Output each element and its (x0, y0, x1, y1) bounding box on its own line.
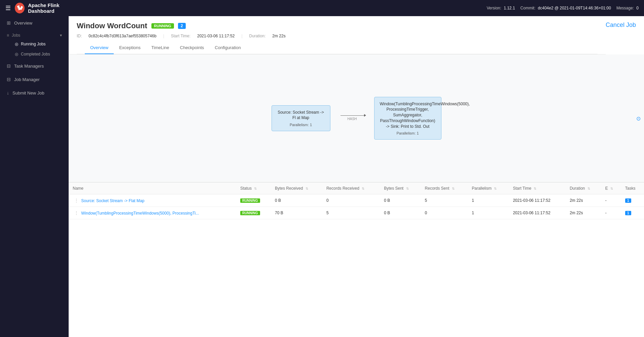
cell-parallelism-1: 1 (468, 207, 509, 219)
job-name-link-0[interactable]: Source: Socket Stream -> Flat Map (81, 198, 144, 203)
cell-e-1: - (601, 207, 621, 219)
cell-status-0: RUNNING (236, 194, 271, 207)
jobs-label: Jobs (12, 33, 20, 38)
flow-diagram: Source: Socket Stream -> Fl at Map Paral… (69, 54, 644, 182)
main-content: Window WordCount RUNNING 2 ID: 0c82c4c4f… (69, 16, 644, 337)
tabs: Overview Exceptions TimeLine Checkpoints… (77, 42, 598, 54)
arrow-label: HASH (348, 117, 357, 121)
cell-records-sent-1: 0 (421, 207, 468, 219)
cell-parallelism-0: 1 (468, 194, 509, 207)
status-badge-0: RUNNING (240, 198, 260, 203)
running-jobs-label: Running Jobs (21, 42, 45, 46)
message-label: Message: 0 (616, 6, 639, 10)
cell-records-received-1: 5 (322, 207, 380, 219)
tab-checkpoints[interactable]: Checkpoints (175, 42, 210, 54)
job-manager-icon: ⊟ (7, 77, 11, 82)
flow-arrow: HASH (330, 115, 374, 121)
logo-icon: 🐿 (15, 3, 25, 13)
cell-records-sent-0: 5 (421, 194, 468, 207)
cell-tasks-0: 1 (621, 194, 644, 207)
cell-status-1: RUNNING (236, 207, 271, 219)
table-header-row: Name Status ⇅ Bytes Received ⇅ Records R… (69, 183, 644, 194)
job-title: Window WordCount (77, 22, 147, 30)
col-duration[interactable]: Duration ⇅ (566, 183, 601, 194)
col-records-received[interactable]: Records Received ⇅ (322, 183, 380, 194)
table-row: ⋮ Source: Socket Stream -> Flat Map RUNN… (69, 194, 644, 207)
job-title-row: Window WordCount RUNNING 2 (77, 22, 598, 30)
tab-timeline[interactable]: TimeLine (146, 42, 175, 54)
cell-bytes-received-0: 0 B (271, 194, 322, 207)
col-parallelism[interactable]: Parallelism ⇅ (468, 183, 509, 194)
task-managers-label: Task Managers (14, 64, 44, 69)
cell-start-time-0: 2021-03-06 11:17:52 (509, 194, 566, 207)
cell-duration-1: 2m 22s (566, 207, 601, 219)
cell-bytes-sent-0: 0 B (380, 194, 421, 207)
col-bytes-sent[interactable]: Bytes Sent ⇅ (380, 183, 421, 194)
cell-name-1: ⋮ Window(TumblingProcessingTimeWindows(5… (69, 207, 236, 219)
jobs-table: Name Status ⇅ Bytes Received ⇅ Records R… (69, 182, 644, 219)
task-managers-icon: ⊟ (7, 63, 11, 69)
node2-title: Window(TumblingProcessingTimeWindows(500… (380, 101, 436, 129)
tab-overview[interactable]: Overview (85, 42, 114, 54)
job-id-value: 0c82c4c4fb7d3f613a7aef553805746b (88, 34, 156, 38)
job-header: Window WordCount RUNNING 2 ID: 0c82c4c4f… (69, 16, 606, 54)
flow-container: Source: Socket Stream -> Fl at Map Paral… (272, 97, 441, 140)
node1-title: Source: Socket Stream -> Fl at Map (277, 110, 325, 121)
sidebar-item-running-jobs[interactable]: ◎ Running Jobs (0, 39, 69, 49)
version-label: Version: 1.12.1 (487, 6, 515, 10)
col-records-sent[interactable]: Records Sent ⇅ (421, 183, 468, 194)
sidebar: ⊞ Overview ≡ Jobs ▾ ◎ Running Jobs ◎ Com… (0, 16, 69, 337)
commit-label: Commit: dc404e2 @ 2021-01-09T14:46:36+01… (521, 6, 611, 10)
cell-bytes-sent-1: 0 B (380, 207, 421, 219)
flow-node-window[interactable]: Window(TumblingProcessingTimeWindows(500… (374, 97, 441, 140)
sidebar-item-submit-new-job[interactable]: ↓ Submit New Job (0, 86, 69, 100)
cell-e-0: - (601, 194, 621, 207)
cell-duration-0: 2m 22s (566, 194, 601, 207)
col-status[interactable]: Status ⇅ (236, 183, 271, 194)
cell-start-time-1: 2021-03-06 11:17:52 (509, 207, 566, 219)
sidebar-item-task-managers[interactable]: ⊟ Task Managers (0, 59, 69, 73)
col-bytes-received[interactable]: Bytes Received ⇅ (271, 183, 322, 194)
jobs-collapse-icon: ▾ (60, 33, 62, 38)
completed-jobs-label: Completed Jobs (21, 52, 50, 57)
cell-name-0: ⋮ Source: Socket Stream -> Flat Map (69, 194, 236, 207)
sidebar-item-overview[interactable]: ⊞ Overview (0, 16, 69, 30)
col-start-time[interactable]: Start Time ⇅ (509, 183, 566, 194)
tasks-badge-0: 1 (625, 198, 631, 203)
col-name: Name (69, 183, 236, 194)
sidebar-section-jobs[interactable]: ≡ Jobs ▾ (0, 30, 69, 39)
submit-icon: ↓ (7, 90, 9, 96)
cell-records-received-0: 0 (322, 194, 380, 207)
sidebar-item-overview-label: Overview (14, 21, 32, 26)
job-manager-label: Job Manager (14, 77, 40, 82)
app-logo: 🐿 Apache Flink Dashboard (15, 2, 82, 14)
row-more-1[interactable]: ⋮ (73, 210, 80, 216)
col-e[interactable]: E ⇅ (601, 183, 621, 194)
cell-tasks-1: 1 (621, 207, 644, 219)
hamburger-icon[interactable]: ☰ (5, 4, 11, 12)
flow-node-source[interactable]: Source: Socket Stream -> Fl at Map Paral… (272, 105, 330, 132)
sidebar-item-completed-jobs[interactable]: ◎ Completed Jobs (0, 49, 69, 59)
start-time-value: 2021-03-06 11:17:52 (197, 34, 235, 38)
topbar-info: Version: 1.12.1 Commit: dc404e2 @ 2021-0… (487, 6, 639, 10)
id-label: ID: (77, 34, 82, 38)
job-meta: ID: 0c82c4c4fb7d3f613a7aef553805746b | S… (77, 34, 598, 38)
running-jobs-icon: ◎ (15, 42, 18, 46)
overview-icon: ⊞ (7, 20, 11, 26)
job-status-badge: RUNNING (151, 23, 174, 29)
col-tasks: Tasks (621, 183, 644, 194)
topbar: ☰ 🐿 Apache Flink Dashboard Version: 1.12… (0, 0, 644, 16)
job-name-link-1[interactable]: Window(TumblingProcessingTimeWindows(500… (81, 211, 199, 216)
tab-configuration[interactable]: Configuration (209, 42, 246, 54)
tab-exceptions[interactable]: Exceptions (114, 42, 146, 54)
row-more-0[interactable]: ⋮ (73, 198, 80, 203)
table-row: ⋮ Window(TumblingProcessingTimeWindows(5… (69, 207, 644, 219)
duration-value: 2m 22s (272, 34, 285, 38)
cell-bytes-received-1: 70 B (271, 207, 322, 219)
sidebar-item-job-manager[interactable]: ⊟ Job Manager (0, 73, 69, 86)
completed-jobs-icon: ◎ (15, 52, 18, 57)
cancel-job-button[interactable]: Cancel Job (606, 16, 644, 29)
scroll-handle-icon[interactable]: ⊙ (636, 115, 641, 121)
node2-parallelism: Parallelism: 1 (380, 131, 436, 135)
jobs-table-container: Name Status ⇅ Bytes Received ⇅ Records R… (69, 182, 644, 219)
